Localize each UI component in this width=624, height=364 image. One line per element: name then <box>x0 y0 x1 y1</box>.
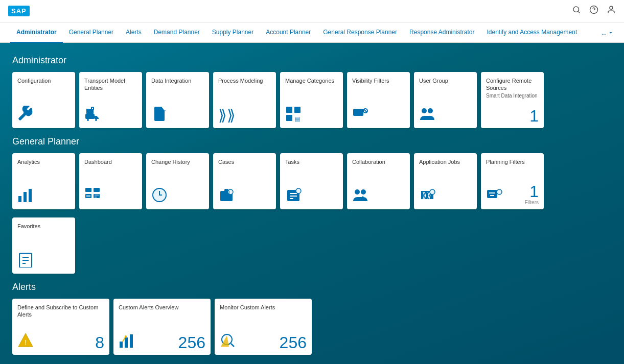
svg-point-47 <box>497 189 502 195</box>
favorites-icon <box>17 251 70 270</box>
navbar: Administrator General Planner Alerts Dem… <box>0 22 624 43</box>
tile-configuration-label: Configuration <box>17 77 70 84</box>
sap-logo: SAP <box>8 6 30 16</box>
tile-tasks-label: Tasks <box>285 158 338 165</box>
tile-configuration[interactable]: Configuration <box>12 72 75 128</box>
svg-rect-11 <box>286 107 292 113</box>
svg-point-38 <box>296 188 301 193</box>
svg-rect-21 <box>24 192 27 202</box>
tile-data-integration-label: Data Integration <box>151 77 204 84</box>
alert-chart-icon <box>119 332 135 351</box>
document-icon <box>151 106 204 124</box>
tile-categories-label: Manage Categories <box>285 77 338 84</box>
tile-monitor-alerts[interactable]: Monitor Custom Alerts 256 <box>215 299 312 355</box>
tile-analytics[interactable]: Analytics <box>12 153 75 209</box>
svg-rect-55 <box>130 334 133 348</box>
tile-monitor-bottom: 256 <box>220 329 307 351</box>
svg-point-4 <box>610 6 613 9</box>
alerts-tile-grid: Define and Subscribe to Custom Alerts ! … <box>12 299 612 355</box>
tile-dashboard[interactable]: Dashboard <box>79 153 142 209</box>
svg-rect-20 <box>18 196 21 202</box>
svg-point-39 <box>355 189 360 195</box>
tile-custom-alerts-overview[interactable]: Custom Alerts Overview 256 <box>113 299 211 355</box>
tile-custom-alerts-bottom: 256 <box>119 329 205 351</box>
nav-alerts[interactable]: Alerts <box>120 22 148 43</box>
tile-dashboard-label: Dashboard <box>84 158 137 165</box>
nav-identity[interactable]: Identify and Access Management <box>480 22 583 43</box>
navbar-more[interactable]: ... <box>602 29 614 36</box>
nav-account-planner[interactable]: Account Planner <box>260 22 317 43</box>
nav-demand-planner[interactable]: Demand Planner <box>148 22 206 43</box>
nav-supply-planner[interactable]: Supply Planner <box>206 22 260 43</box>
tile-filters-bottom: 1 Filters <box>486 183 539 205</box>
nav-general-planner[interactable]: General Planner <box>63 22 120 43</box>
tile-favorites-label: Favorites <box>17 223 70 230</box>
svg-rect-54 <box>125 337 128 348</box>
tile-custom-alerts-label: Custom Alerts Overview <box>119 304 205 311</box>
help-icon[interactable] <box>589 5 598 17</box>
tile-application-jobs[interactable]: Application Jobs ⟫⟫ <box>414 153 477 209</box>
user-icon[interactable] <box>607 5 616 17</box>
svg-rect-27 <box>86 195 90 197</box>
tile-visibility-filters[interactable]: Visibility Filters <box>347 72 410 128</box>
svg-point-6 <box>87 119 89 121</box>
tile-cases-label: Cases <box>218 158 271 165</box>
tile-change-history-label: Change History <box>151 158 204 165</box>
tile-collaboration[interactable]: Collaboration <box>347 153 410 209</box>
analytics-icon <box>17 187 70 205</box>
more-label: ... <box>602 29 607 36</box>
tile-remote-number: 1 <box>486 108 539 124</box>
tile-define-label: Define and Subscribe to Custom Alerts <box>17 304 104 319</box>
svg-rect-22 <box>29 189 32 202</box>
svg-rect-24 <box>94 188 100 192</box>
tile-cases[interactable]: Cases ! <box>213 153 276 209</box>
administrator-section: Administrator Configuration Transport Mo… <box>12 55 612 128</box>
general-planner-section: General Planner Analytics Dashboard Chan… <box>12 136 612 274</box>
tile-process-modeling[interactable]: Process Modeling ⟫⟫ <box>213 72 276 128</box>
svg-rect-53 <box>120 342 123 348</box>
sap-logo-text: SAP <box>8 6 30 16</box>
tile-filters-number: 1 <box>525 183 539 200</box>
nav-administrator[interactable]: Administrator <box>10 22 63 43</box>
tile-manage-categories[interactable]: Manage Categories ▤ <box>280 72 343 128</box>
topbar-icons <box>572 5 616 17</box>
tile-define-subscribe[interactable]: Define and Subscribe to Custom Alerts ! … <box>12 299 109 355</box>
tile-monitor-label: Monitor Custom Alerts <box>220 304 307 311</box>
tile-user-group[interactable]: User Group <box>414 72 477 128</box>
tile-tasks[interactable]: Tasks <box>280 153 343 209</box>
svg-line-1 <box>578 11 580 13</box>
svg-point-19 <box>428 108 433 113</box>
svg-rect-12 <box>294 107 301 113</box>
svg-point-56 <box>125 335 127 337</box>
search-icon[interactable] <box>572 5 581 17</box>
visibility-icon <box>352 106 405 124</box>
tile-appjobs-label: Application Jobs <box>419 158 472 165</box>
tile-filters-label: Planning Filters <box>486 158 539 165</box>
general-planner-tile-grid: Analytics Dashboard Change History <box>12 153 612 209</box>
tile-monitor-number: 256 <box>280 334 307 351</box>
collab-icon <box>352 187 405 205</box>
tile-transport-model[interactable]: Transport Model Entities <box>79 72 142 128</box>
tile-change-history[interactable]: Change History <box>146 153 209 209</box>
tile-define-bottom: ! 8 <box>17 329 104 351</box>
svg-point-18 <box>422 108 427 113</box>
tasks-icon <box>285 187 338 205</box>
cases-icon: ! <box>218 187 271 205</box>
tile-user-group-label: User Group <box>419 77 472 84</box>
tile-analytics-label: Analytics <box>17 158 70 165</box>
svg-line-58 <box>231 344 234 347</box>
navbar-items: Administrator General Planner Alerts Dem… <box>10 22 602 43</box>
administrator-tile-grid: Configuration Transport Model Entities D… <box>12 72 612 128</box>
tile-planning-filters[interactable]: Planning Filters 1 Filters <box>481 153 544 209</box>
svg-rect-44 <box>487 190 497 198</box>
nav-general-response[interactable]: General Response Planner <box>317 22 403 43</box>
svg-text:!: ! <box>25 338 27 347</box>
tile-visibility-label: Visibility Filters <box>352 77 405 84</box>
svg-rect-15 <box>353 109 363 116</box>
tile-data-integration[interactable]: Data Integration <box>146 72 209 128</box>
nav-response-admin[interactable]: Response Administrator <box>403 22 480 43</box>
tile-favorites[interactable]: Favorites <box>12 217 75 274</box>
svg-rect-5 <box>85 114 95 119</box>
transport-icon <box>84 106 137 124</box>
tile-configure-remote[interactable]: Configure Remote Sources Smart Data Inte… <box>481 72 544 128</box>
